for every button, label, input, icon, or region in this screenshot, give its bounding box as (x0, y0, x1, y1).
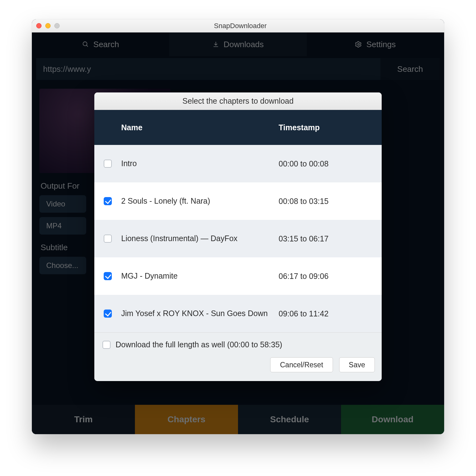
chapter-name: Lioness (Instrumental) — DayFox (121, 233, 279, 244)
chapter-checkbox[interactable] (104, 272, 112, 280)
chapter-checkbox[interactable] (104, 197, 112, 205)
save-button[interactable]: Save (339, 357, 375, 372)
chapter-checkbox[interactable] (104, 160, 112, 168)
chapter-timestamp: 06:17 to 09:06 (279, 272, 382, 281)
chapters-table-header: Name Timestamp (94, 110, 382, 145)
chapter-name: Intro (121, 158, 279, 169)
chapter-checkbox[interactable] (104, 235, 112, 243)
app-body: Search Downloads Settings (32, 32, 444, 434)
chapter-row[interactable]: Intro00:00 to 00:08 (94, 145, 382, 182)
chapter-timestamp: 00:08 to 03:15 (279, 197, 382, 206)
download-full-length-label: Download the full length as well (00:00 … (116, 340, 282, 349)
chapter-row[interactable]: Jim Yosef x ROY KNOX - Sun Goes Down09:0… (94, 295, 382, 332)
column-timestamp: Timestamp (279, 123, 382, 132)
chapter-row[interactable]: Lioness (Instrumental) — DayFox03:15 to … (94, 220, 382, 257)
window-title: SnapDownloader (41, 22, 440, 30)
download-full-length-option[interactable]: Download the full length as well (00:00 … (101, 340, 375, 349)
chapter-checkbox[interactable] (104, 310, 112, 318)
chapter-row[interactable]: MGJ - Dynamite06:17 to 09:06 (94, 257, 382, 295)
chapter-name: MGJ - Dynamite (121, 271, 279, 281)
download-full-length-checkbox[interactable] (102, 341, 111, 349)
app-window: SnapDownloader Search Downloads (32, 19, 444, 434)
cancel-reset-button[interactable]: Cancel/Reset (270, 357, 333, 372)
chapter-name: Jim Yosef x ROY KNOX - Sun Goes Down (121, 308, 279, 319)
column-name: Name (121, 123, 279, 132)
chapter-name: 2 Souls - Lonely (ft. Nara) (121, 196, 279, 206)
chapters-table-body: Intro00:00 to 00:082 Souls - Lonely (ft.… (94, 145, 382, 332)
chapters-modal: Select the chapters to download Name Tim… (94, 92, 382, 381)
chapter-timestamp: 09:06 to 11:42 (279, 309, 382, 318)
chapter-timestamp: 03:15 to 06:17 (279, 234, 382, 243)
modal-title: Select the chapters to download (94, 92, 382, 110)
chapter-timestamp: 00:00 to 00:08 (279, 159, 382, 168)
titlebar: SnapDownloader (32, 19, 444, 32)
chapter-row[interactable]: 2 Souls - Lonely (ft. Nara)00:08 to 03:1… (94, 182, 382, 220)
modal-footer: Download the full length as well (00:00 … (94, 332, 382, 381)
